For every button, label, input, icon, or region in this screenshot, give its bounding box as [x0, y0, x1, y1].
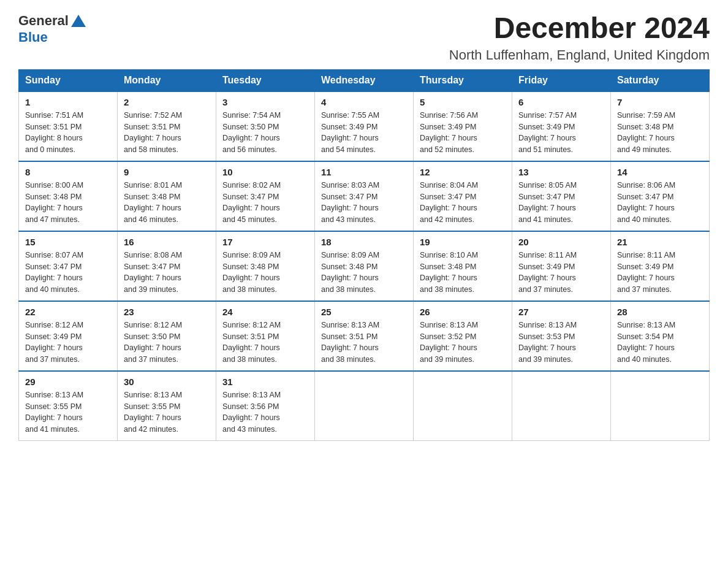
- day-cell-13: 13Sunrise: 8:05 AMSunset: 3:47 PMDayligh…: [512, 161, 611, 231]
- day-info: Sunrise: 8:02 AMSunset: 3:47 PMDaylight:…: [222, 180, 308, 226]
- day-cell-15: 15Sunrise: 8:07 AMSunset: 3:47 PMDayligh…: [19, 231, 118, 301]
- day-info: Sunrise: 7:57 AMSunset: 3:49 PMDaylight:…: [518, 110, 604, 156]
- logo: General Blue: [18, 12, 87, 45]
- day-info: Sunrise: 8:11 AMSunset: 3:49 PMDaylight:…: [518, 250, 604, 296]
- day-cell-10: 10Sunrise: 8:02 AMSunset: 3:47 PMDayligh…: [216, 161, 315, 231]
- day-number: 3: [222, 97, 308, 107]
- weekday-header-monday: Monday: [118, 69, 216, 91]
- calendar-table: SundayMondayTuesdayWednesdayThursdayFrid…: [18, 69, 710, 441]
- day-info: Sunrise: 8:09 AMSunset: 3:48 PMDaylight:…: [222, 250, 308, 296]
- day-number: 31: [222, 377, 308, 387]
- day-info: Sunrise: 8:13 AMSunset: 3:55 PMDaylight:…: [124, 389, 210, 435]
- week-row-2: 8Sunrise: 8:00 AMSunset: 3:48 PMDaylight…: [19, 161, 710, 231]
- weekday-header-friday: Friday: [512, 69, 611, 91]
- day-cell-2: 2Sunrise: 7:52 AMSunset: 3:51 PMDaylight…: [118, 91, 216, 161]
- day-info: Sunrise: 8:00 AMSunset: 3:48 PMDaylight:…: [25, 180, 111, 226]
- day-number: 20: [518, 237, 604, 247]
- day-number: 19: [420, 237, 506, 247]
- weekday-header-thursday: Thursday: [414, 69, 512, 91]
- day-number: 22: [25, 307, 111, 317]
- day-info: Sunrise: 8:13 AMSunset: 3:52 PMDaylight:…: [420, 320, 506, 366]
- day-number: 15: [25, 237, 111, 247]
- day-cell-3: 3Sunrise: 7:54 AMSunset: 3:50 PMDaylight…: [216, 91, 315, 161]
- day-number: 11: [321, 167, 407, 177]
- month-title: December 2024: [449, 12, 710, 45]
- day-number: 8: [25, 167, 111, 177]
- logo-text-blue: Blue: [18, 29, 48, 45]
- day-cell-12: 12Sunrise: 8:04 AMSunset: 3:47 PMDayligh…: [414, 161, 512, 231]
- day-number: 9: [124, 167, 210, 177]
- day-info: Sunrise: 8:08 AMSunset: 3:47 PMDaylight:…: [124, 250, 210, 296]
- day-info: Sunrise: 8:13 AMSunset: 3:51 PMDaylight:…: [321, 320, 407, 366]
- day-number: 2: [124, 97, 210, 107]
- day-number: 27: [518, 307, 604, 317]
- day-info: Sunrise: 8:05 AMSunset: 3:47 PMDaylight:…: [518, 180, 604, 226]
- day-info: Sunrise: 8:11 AMSunset: 3:49 PMDaylight:…: [617, 250, 703, 296]
- day-number: 10: [222, 167, 308, 177]
- day-number: 24: [222, 307, 308, 317]
- day-info: Sunrise: 7:59 AMSunset: 3:48 PMDaylight:…: [617, 110, 703, 156]
- day-cell-28: 28Sunrise: 8:13 AMSunset: 3:54 PMDayligh…: [611, 301, 710, 371]
- weekday-header-row: SundayMondayTuesdayWednesdayThursdayFrid…: [19, 69, 710, 91]
- day-info: Sunrise: 8:09 AMSunset: 3:48 PMDaylight:…: [321, 250, 407, 296]
- day-cell-30: 30Sunrise: 8:13 AMSunset: 3:55 PMDayligh…: [118, 371, 216, 441]
- day-cell-empty: [414, 371, 512, 441]
- day-info: Sunrise: 8:12 AMSunset: 3:49 PMDaylight:…: [25, 320, 111, 366]
- day-cell-24: 24Sunrise: 8:12 AMSunset: 3:51 PMDayligh…: [216, 301, 315, 371]
- day-number: 23: [124, 307, 210, 317]
- day-number: 18: [321, 237, 407, 247]
- day-cell-4: 4Sunrise: 7:55 AMSunset: 3:49 PMDaylight…: [315, 91, 414, 161]
- day-cell-8: 8Sunrise: 8:00 AMSunset: 3:48 PMDaylight…: [19, 161, 118, 231]
- day-number: 1: [25, 97, 111, 107]
- day-cell-26: 26Sunrise: 8:13 AMSunset: 3:52 PMDayligh…: [414, 301, 512, 371]
- day-cell-9: 9Sunrise: 8:01 AMSunset: 3:48 PMDaylight…: [118, 161, 216, 231]
- day-cell-5: 5Sunrise: 7:56 AMSunset: 3:49 PMDaylight…: [414, 91, 512, 161]
- week-row-3: 15Sunrise: 8:07 AMSunset: 3:47 PMDayligh…: [19, 231, 710, 301]
- day-number: 7: [617, 97, 703, 107]
- day-info: Sunrise: 7:52 AMSunset: 3:51 PMDaylight:…: [124, 110, 210, 156]
- day-cell-20: 20Sunrise: 8:11 AMSunset: 3:49 PMDayligh…: [512, 231, 611, 301]
- day-number: 4: [321, 97, 407, 107]
- day-info: Sunrise: 7:54 AMSunset: 3:50 PMDaylight:…: [222, 110, 308, 156]
- day-number: 6: [518, 97, 604, 107]
- day-cell-empty: [512, 371, 611, 441]
- day-cell-empty: [611, 371, 710, 441]
- day-info: Sunrise: 8:03 AMSunset: 3:47 PMDaylight:…: [321, 180, 407, 226]
- day-cell-17: 17Sunrise: 8:09 AMSunset: 3:48 PMDayligh…: [216, 231, 315, 301]
- weekday-header-saturday: Saturday: [611, 69, 710, 91]
- day-number: 21: [617, 237, 703, 247]
- day-cell-29: 29Sunrise: 8:13 AMSunset: 3:55 PMDayligh…: [19, 371, 118, 441]
- day-number: 16: [124, 237, 210, 247]
- day-info: Sunrise: 8:12 AMSunset: 3:50 PMDaylight:…: [124, 320, 210, 366]
- day-info: Sunrise: 8:07 AMSunset: 3:47 PMDaylight:…: [25, 250, 111, 296]
- day-cell-empty: [315, 371, 414, 441]
- day-cell-19: 19Sunrise: 8:10 AMSunset: 3:48 PMDayligh…: [414, 231, 512, 301]
- day-info: Sunrise: 8:01 AMSunset: 3:48 PMDaylight:…: [124, 180, 210, 226]
- day-info: Sunrise: 7:56 AMSunset: 3:49 PMDaylight:…: [420, 110, 506, 156]
- title-block: December 2024 North Luffenham, England, …: [449, 12, 710, 63]
- location-title: North Luffenham, England, United Kingdom: [449, 47, 710, 63]
- week-row-1: 1Sunrise: 7:51 AMSunset: 3:51 PMDaylight…: [19, 91, 710, 161]
- day-info: Sunrise: 8:13 AMSunset: 3:54 PMDaylight:…: [617, 320, 703, 366]
- day-cell-11: 11Sunrise: 8:03 AMSunset: 3:47 PMDayligh…: [315, 161, 414, 231]
- day-number: 25: [321, 307, 407, 317]
- weekday-header-sunday: Sunday: [19, 69, 118, 91]
- weekday-header-wednesday: Wednesday: [315, 69, 414, 91]
- day-cell-6: 6Sunrise: 7:57 AMSunset: 3:49 PMDaylight…: [512, 91, 611, 161]
- day-info: Sunrise: 7:51 AMSunset: 3:51 PMDaylight:…: [25, 110, 111, 156]
- day-cell-14: 14Sunrise: 8:06 AMSunset: 3:47 PMDayligh…: [611, 161, 710, 231]
- day-info: Sunrise: 8:13 AMSunset: 3:56 PMDaylight:…: [222, 389, 308, 435]
- day-info: Sunrise: 7:55 AMSunset: 3:49 PMDaylight:…: [321, 110, 407, 156]
- day-cell-22: 22Sunrise: 8:12 AMSunset: 3:49 PMDayligh…: [19, 301, 118, 371]
- day-number: 29: [25, 377, 111, 387]
- week-row-5: 29Sunrise: 8:13 AMSunset: 3:55 PMDayligh…: [19, 371, 710, 441]
- day-cell-23: 23Sunrise: 8:12 AMSunset: 3:50 PMDayligh…: [118, 301, 216, 371]
- day-number: 5: [420, 97, 506, 107]
- day-number: 14: [617, 167, 703, 177]
- logo-text-general: General: [18, 13, 69, 29]
- day-cell-21: 21Sunrise: 8:11 AMSunset: 3:49 PMDayligh…: [611, 231, 710, 301]
- page-header: General Blue December 2024 North Luffenh…: [18, 12, 710, 63]
- day-cell-31: 31Sunrise: 8:13 AMSunset: 3:56 PMDayligh…: [216, 371, 315, 441]
- day-number: 26: [420, 307, 506, 317]
- day-info: Sunrise: 8:10 AMSunset: 3:48 PMDaylight:…: [420, 250, 506, 296]
